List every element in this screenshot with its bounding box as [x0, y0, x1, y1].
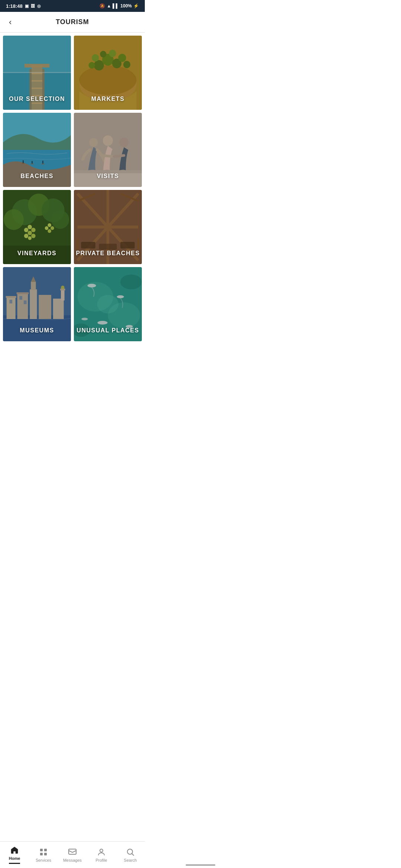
grid-item-unusual-places[interactable]: UNUSUAL PLACES [74, 267, 142, 341]
photo-icon: 🖼 [31, 4, 35, 8]
battery-label: 100% [120, 3, 132, 9]
status-indicators: 🔕 ▲ ▌▌ 100% ⚡ [100, 3, 139, 9]
grid-item-markets[interactable]: MARKETS [74, 36, 142, 110]
vineyards-label: VINEYARDS [3, 250, 71, 257]
category-grid: OUR SELECTION [0, 33, 145, 371]
mute-icon: 🔕 [100, 3, 105, 9]
unusual-places-label: UNUSUAL PLACES [74, 327, 142, 334]
status-bar: 1:18:48 ▣ 🖼 ◎ 🔕 ▲ ▌▌ 100% ⚡ [0, 0, 145, 12]
grid-item-our-selection[interactable]: OUR SELECTION [3, 36, 71, 110]
battery-icon: ⚡ [133, 3, 139, 9]
wifi-icon: ▲ [107, 3, 111, 9]
markets-label: MARKETS [74, 96, 142, 102]
status-time: 1:18:48 ▣ 🖼 ◎ [6, 3, 41, 9]
grid-item-visits[interactable]: VISITS [74, 113, 142, 187]
top-nav-bar: ‹ TOURISM [0, 12, 145, 33]
visits-label: VISITS [74, 173, 142, 180]
private-beaches-label: PRIVATE BEACHES [74, 250, 142, 257]
sim-icon: ▣ [25, 4, 29, 9]
grid-item-beaches[interactable]: BEACHES [3, 113, 71, 187]
beaches-label: BEACHES [3, 173, 71, 180]
museums-label: MUSEUMS [3, 327, 71, 334]
grid-item-vineyards[interactable]: VINEYARDS [3, 190, 71, 264]
signal-icon: ▌▌ [113, 3, 119, 9]
grid-item-museums[interactable]: MUSEUMS [3, 267, 71, 341]
sync-icon: ◎ [37, 4, 41, 9]
page-title: TOURISM [56, 18, 89, 26]
back-button[interactable]: ‹ [6, 16, 14, 29]
our-selection-label: OUR SELECTION [3, 96, 71, 102]
grid-item-private-beaches[interactable]: PRIVATE BEACHES [74, 190, 142, 264]
